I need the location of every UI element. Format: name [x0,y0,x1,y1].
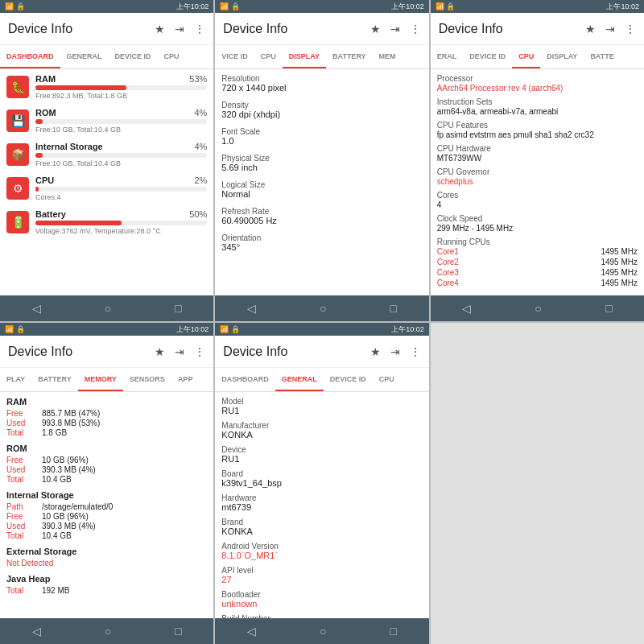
mem-key: Total [6,586,39,595]
dash-sub: Free:10 GB, Total:10.4 GB [35,126,207,134]
panel-panel-dashboard: 📶 🔒 上午10:02 Device Info ★ ⇥ ⋮ DASHBOARDG… [0,0,213,321]
cpu-core-row: Core4 1495 MHz [437,279,638,287]
more-icon[interactable]: ⋮ [194,23,205,35]
dash-label-name: ROM [35,108,56,118]
back-button[interactable]: ◁ [247,302,256,315]
mem-section-title: Java Heap [6,574,207,584]
info-row: Logical Size Normal [221,180,422,199]
back-button[interactable]: ◁ [32,625,41,638]
status-left-icons: 📶 🔒 [436,2,456,10]
more-icon[interactable]: ⋮ [194,345,205,358]
dash-icon-ram: 🐛 [6,76,29,98]
recents-button[interactable]: □ [390,302,397,315]
mem-key: Path [6,502,39,511]
progress-bar-bg [35,119,207,124]
status-time: 上午10:02 [606,2,639,12]
tab-batte[interactable]: BATTE [584,45,620,68]
back-button[interactable]: ◁ [462,302,471,315]
tab-general[interactable]: GENERAL [275,368,324,391]
tab-sensors[interactable]: SENSORS [123,368,171,391]
mem-row: Used 390.3 MB (4%) [6,522,207,530]
recents-button[interactable]: □ [175,302,181,315]
status-left-icons: 📶 🔒 [5,2,25,10]
mem-key: Total [6,428,39,437]
cpu-core-row: Core3 1495 MHz [437,268,638,277]
tab-cpu[interactable]: CPU [373,368,401,391]
tab-display[interactable]: DISPLAY [540,45,584,68]
back-button[interactable]: ◁ [247,625,256,638]
star-icon[interactable]: ★ [370,345,381,358]
tab-cpu[interactable]: CPU [512,45,540,68]
back-button[interactable]: ◁ [32,302,41,315]
app-bar-actions: ★ ⇥ ⋮ [155,345,205,358]
cpu-key: CPU Governor [437,167,638,176]
gen-val: 8.1.0`O_MR1` [221,551,422,560]
mem-section: External StorageNot Detected [6,547,207,568]
tab-bar: VICE IDCPUDISPLAYBATTERYMEM [215,45,428,69]
app-bar: Device Info ★ ⇥ ⋮ [0,336,213,368]
tab-device-id[interactable]: DEVICE ID [324,368,373,391]
tab-dashboard[interactable]: DASHBOARD [215,368,275,391]
info-key: Orientation [221,233,422,242]
tab-battery[interactable]: BATTERY [326,45,373,68]
status-time: 上午10:02 [391,2,424,12]
tab-vice-id[interactable]: VICE ID [215,45,254,68]
more-icon[interactable]: ⋮ [410,345,421,358]
dashboard-content: 🐛 RAM 53% Free:892.3 MB, Total:1.8 GB 💾 … [0,69,213,295]
tab-battery[interactable]: BATTERY [31,368,78,391]
share-icon[interactable]: ⇥ [390,23,400,35]
share-icon[interactable]: ⇥ [605,23,615,35]
panel-panel-general: 📶 🔒 上午10:02 Device Info ★ ⇥ ⋮ DASHBOARDG… [215,323,428,644]
status-bar: 📶 🔒 上午10:02 [0,323,213,336]
home-button[interactable]: ○ [320,625,326,638]
mem-row: Path /storage/emulated/0 [6,502,207,511]
info-val: 345° [221,242,422,252]
mem-key: Total [6,531,39,540]
home-button[interactable]: ○ [105,302,111,315]
tab-play[interactable]: PLAY [0,368,31,391]
tab-memory[interactable]: MEMORY [78,368,123,391]
home-button[interactable]: ○ [320,302,326,315]
recents-button[interactable]: □ [175,625,181,638]
share-icon[interactable]: ⇥ [175,23,184,35]
gen-key: Model [221,397,422,406]
core-name: Core2 [437,258,459,266]
dashboard-item: 📦 Internal Storage 4% Free:10 GB, Total:… [6,142,207,167]
gen-val: mt6739 [221,502,422,512]
cpu-content: Processor AArch64 Processor rev 4 (aarch… [431,69,644,295]
star-icon[interactable]: ★ [585,23,596,35]
star-icon[interactable]: ★ [155,23,165,35]
gen-key: Manufacturer [221,421,422,430]
tab-device-id[interactable]: DEVICE ID [109,45,158,68]
more-icon[interactable]: ⋮ [625,23,636,35]
info-row: Font Scale 1.0 [221,127,422,146]
tab-dashboard[interactable]: DASHBOARD [0,45,60,68]
mem-val: 10.4 GB [42,531,72,540]
tab-app[interactable]: APP [171,368,200,391]
tab-general[interactable]: GENERAL [60,45,109,68]
tab-mem[interactable]: MEM [373,45,402,68]
home-button[interactable]: ○ [105,625,111,638]
mem-section-title: Internal Storage [6,490,207,500]
app-title: Device Info [223,345,287,359]
panel-panel-memory: 📶 🔒 上午10:02 Device Info ★ ⇥ ⋮ PLAYBATTER… [0,323,213,644]
home-button[interactable]: ○ [535,302,541,315]
cpu-val: schedplus [437,177,638,186]
app-bar: Device Info ★ ⇥ ⋮ [215,336,428,368]
recents-button[interactable]: □ [390,625,397,638]
star-icon[interactable]: ★ [370,23,381,35]
tab-display[interactable]: DISPLAY [283,45,326,68]
share-icon[interactable]: ⇥ [175,345,184,358]
mem-row: Total 10.4 GB [6,531,207,540]
recents-button[interactable]: □ [605,302,612,315]
share-icon[interactable]: ⇥ [390,345,400,358]
core-freq: 1495 MHz [601,279,638,287]
tab-cpu[interactable]: CPU [254,45,283,68]
tab-device-id[interactable]: DEVICE ID [463,45,512,68]
mem-val: 993.8 MB (53%) [42,419,100,427]
tab-cpu[interactable]: CPU [158,45,186,68]
star-icon[interactable]: ★ [155,345,165,358]
cpu-row: CPU Features fp asimd evtstrm aes pmull … [437,121,638,139]
tab-eral[interactable]: ERAL [431,45,464,68]
more-icon[interactable]: ⋮ [410,23,421,35]
